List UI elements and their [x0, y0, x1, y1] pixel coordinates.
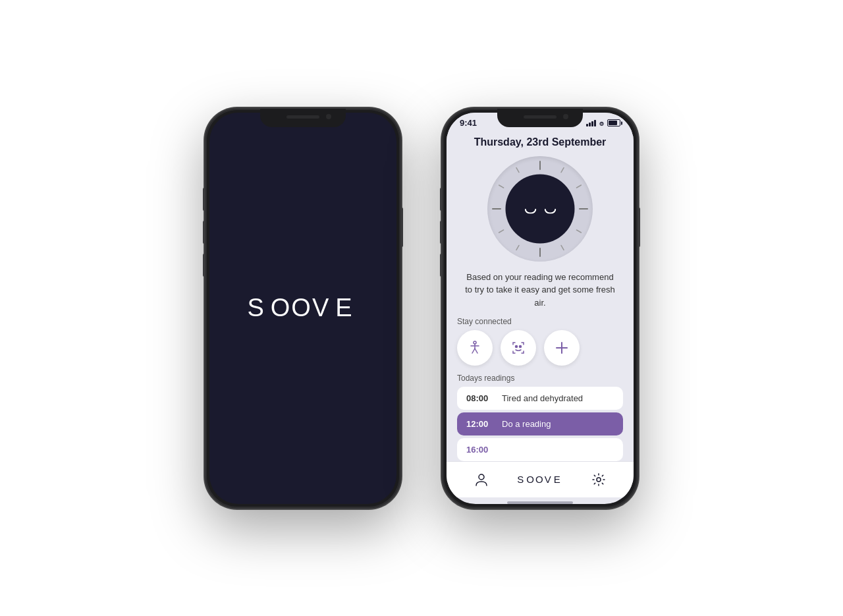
notch-left: [260, 109, 346, 127]
add-icon: [553, 339, 570, 356]
svg-line-5: [561, 245, 564, 250]
nav-settings[interactable]: [591, 472, 606, 487]
profile-icon: [474, 472, 489, 487]
reading-item-1200[interactable]: 12:00 Do a reading: [457, 412, 623, 435]
home-indicator: [507, 501, 573, 504]
svg-line-2: [576, 185, 581, 188]
nav-logo: SOOVE: [517, 474, 562, 485]
svg-point-21: [479, 474, 484, 480]
svg-line-8: [499, 230, 504, 233]
camera: [326, 114, 331, 119]
svg-line-7: [516, 245, 519, 250]
battery-icon: [607, 119, 620, 126]
svg-point-22: [597, 478, 601, 482]
activity-button[interactable]: [457, 330, 493, 366]
phone-splash: SOOVE: [204, 107, 402, 509]
reading-item-1600[interactable]: 16:00: [457, 438, 623, 461]
nav-home[interactable]: SOOVE: [517, 474, 562, 485]
add-health-button[interactable]: [544, 330, 580, 366]
clock-container: [447, 151, 634, 267]
svg-line-10: [499, 185, 504, 188]
reading-time-1600: 16:00: [466, 445, 494, 455]
left-eye: [524, 209, 536, 214]
status-icons: ⌾: [586, 119, 620, 127]
face-scan-icon: [510, 339, 527, 356]
action-buttons: [447, 330, 634, 371]
readings-label: Todays readings: [447, 371, 634, 387]
app-content: Thursday, 23rd September: [447, 131, 634, 461]
speaker: [286, 115, 319, 119]
readings-list: 08:00 Tired and dehydrated 12:00 Do a re…: [447, 387, 634, 461]
svg-line-15: [472, 349, 475, 353]
status-time: 9:41: [460, 118, 477, 128]
face-scan-button[interactable]: [501, 330, 536, 366]
right-eye: [544, 209, 556, 214]
app-screen: 9:41 ⌾ Thursday, 23rd September: [447, 113, 634, 504]
stay-connected-label: Stay connected: [447, 314, 634, 330]
clock-face: [487, 156, 593, 262]
notch-right: [497, 109, 583, 127]
splash-screen: SOOVE: [209, 113, 396, 504]
activity-icon: [466, 339, 483, 356]
settings-icon: [591, 472, 606, 487]
svg-line-11: [516, 167, 519, 172]
svg-point-18: [520, 346, 522, 348]
camera-right: [563, 114, 568, 119]
splash-logo: SOOVE: [247, 294, 358, 322]
bottom-nav: SOOVE: [447, 461, 634, 497]
svg-line-1: [561, 167, 564, 172]
reading-time-0800: 08:00: [466, 393, 494, 403]
svg-line-4: [576, 230, 581, 233]
svg-line-16: [475, 349, 477, 353]
sleepy-face: [524, 209, 556, 214]
reading-desc-1200: Do a reading: [502, 419, 551, 429]
app-date: Thursday, 23rd September: [447, 131, 634, 151]
signal-icon: [586, 120, 596, 126]
reading-time-1200: 12:00: [466, 419, 494, 429]
clock-inner: [506, 174, 575, 243]
wifi-icon: ⌾: [599, 119, 604, 127]
reading-desc-0800: Tired and dehydrated: [502, 393, 583, 403]
reading-item-0800[interactable]: 08:00 Tired and dehydrated: [457, 387, 623, 410]
svg-point-17: [516, 346, 518, 348]
speaker-right: [524, 115, 557, 119]
recommendation-text: Based on your reading we recommend to tr…: [447, 267, 634, 315]
phone-app: 9:41 ⌾ Thursday, 23rd September: [441, 107, 639, 509]
nav-profile[interactable]: [474, 472, 489, 487]
